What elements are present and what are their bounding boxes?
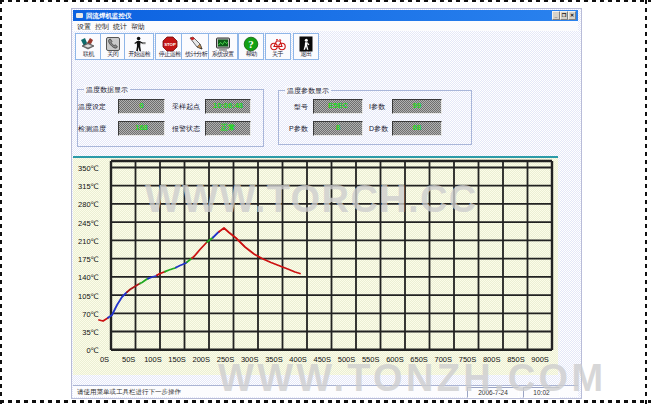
svg-text:?: ? [248, 38, 254, 50]
svg-text:STOP: STOP [164, 42, 176, 47]
